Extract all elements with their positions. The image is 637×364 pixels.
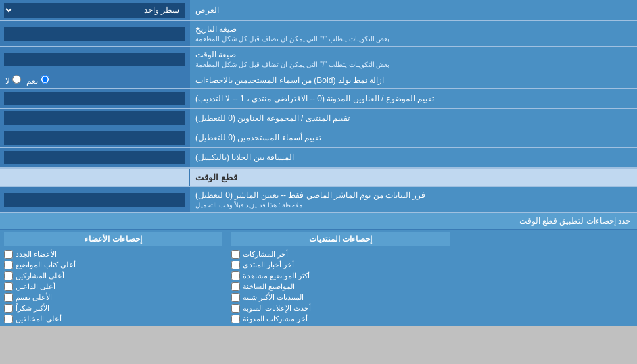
checkbox-member-item-2: أعلى المشاركين — [4, 271, 222, 280]
time-format-main-label: صيغة الوقت — [195, 50, 236, 59]
realtime-section-header-right — [0, 169, 189, 186]
date-format-main-label: صيغة التاريخ — [195, 24, 237, 34]
checkbox-member-item-1: أعلى كتاب المواضيع — [4, 261, 222, 269]
checkbox-item-3: المواضيع الساخنة — [231, 282, 450, 291]
display-type-row: العرض سطر واحد عدة سطور — [0, 0, 637, 21]
bold-remove-row: ازالة نمط بولد (Bold) من اسماء المستخدمي… — [0, 72, 637, 89]
topic-sort-row: تقييم الموضوع / العناوين المدونة (0 -- ا… — [0, 89, 637, 109]
user-sort-row: تقييم أسماء المستخدمين (0 للتعطيل) 0 — [0, 128, 637, 148]
checkbox-member-2[interactable] — [4, 271, 13, 280]
checkbox-item-6: أخر مشاركات المدونة — [231, 315, 450, 323]
checkbox-member-item-4: الأعلى تقييم — [4, 293, 222, 302]
forum-sort-input[interactable]: 33 — [4, 111, 185, 125]
cell-spacing-row: المسافة بين الخلايا (بالبكسل) 2 — [0, 148, 637, 167]
checkbox-forum-6[interactable] — [231, 315, 240, 323]
checkbox-item-1: أخر أخبار المنتدى — [231, 261, 450, 269]
time-format-input-cell: H:i — [0, 47, 189, 72]
display-type-input-cell: سطر واحد عدة سطور — [0, 0, 189, 20]
checkbox-section: إحصاءات المنتديات أخر المشاركات أخر أخبا… — [0, 230, 637, 326]
checkbox-member-5[interactable] — [4, 304, 13, 313]
checkbox-forum-3[interactable] — [231, 282, 240, 291]
user-sort-label: تقييم أسماء المستخدمين (0 للتعطيل) — [189, 128, 637, 147]
cell-spacing-input[interactable]: 2 — [4, 151, 185, 164]
checkbox-col-member-stats: إحصاءات الأعضاء الأعضاء الجدد أعلى كتاب … — [0, 230, 227, 326]
date-format-input[interactable]: d-m — [4, 27, 185, 41]
radio-no-label: لا — [5, 75, 21, 86]
realtime-days-row: فرز البيانات من يوم الماشر الماضي فقط --… — [0, 187, 637, 213]
realtime-days-input-cell: 0 — [0, 187, 189, 212]
checkbox-forum-1[interactable] — [231, 261, 240, 269]
checkbox-member-1[interactable] — [4, 261, 13, 269]
checkbox-member-0[interactable] — [4, 250, 13, 259]
member-stats-header: إحصاءات الأعضاء — [4, 232, 222, 246]
display-type-label: العرض — [189, 0, 637, 20]
checkbox-item-0: أخر المشاركات — [231, 250, 450, 259]
forum-sort-input-cell: 33 — [0, 109, 189, 128]
apply-row: حدد إحصاءات لتطبيق قطع الوقت — [0, 213, 637, 230]
checkbox-member-3[interactable] — [4, 282, 13, 291]
forum-sort-label: تقييم المنتدى / المجموعة العناوين (0 للت… — [189, 109, 637, 128]
realtime-days-label: فرز البيانات من يوم الماشر الماضي فقط --… — [189, 187, 637, 212]
checkbox-col-forum-stats: إحصاءات المنتديات أخر المشاركات أخر أخبا… — [227, 230, 454, 326]
bold-remove-label: ازالة نمط بولد (Bold) من اسماء المستخدمي… — [189, 72, 637, 88]
cell-spacing-input-cell: 2 — [0, 148, 189, 167]
time-format-sub-label: بعض التكوينات يتطلب "/" التي يمكن ان تضا… — [195, 61, 390, 68]
checkbox-forum-0[interactable] — [231, 250, 240, 259]
checkbox-member-4[interactable] — [4, 293, 13, 302]
checkbox-member-item-0: الأعضاء الجدد — [4, 250, 222, 259]
cell-spacing-label: المسافة بين الخلايا (بالبكسل) — [189, 148, 637, 167]
date-format-sub-label: بعض التكوينات يتطلب "/" التي يمكن ان تضا… — [195, 35, 390, 43]
date-format-label: صيغة التاريخ بعض التكوينات يتطلب "/" الت… — [189, 21, 637, 46]
radio-yes[interactable] — [41, 75, 49, 84]
checkbox-item-5: أحدث الإعلانات المبوبة — [231, 304, 450, 313]
checkbox-forum-2[interactable] — [231, 271, 240, 280]
time-format-input[interactable]: H:i — [4, 53, 185, 66]
radio-yes-label: نعم — [26, 75, 49, 86]
realtime-days-input[interactable]: 0 — [4, 193, 185, 207]
checkbox-member-6[interactable] — [4, 315, 13, 323]
checkbox-forum-4[interactable] — [231, 293, 240, 302]
main-container: العرض سطر واحد عدة سطور صيغة التاريخ بعض… — [0, 0, 637, 326]
checkbox-member-item-5: الأكثر شكراً — [4, 304, 222, 313]
topic-sort-input-cell: 33 — [0, 89, 189, 108]
checkbox-col-empty — [454, 230, 637, 326]
bold-remove-input-cell: نعم لا — [0, 72, 189, 88]
checkbox-member-item-6: أعلى المخالفين — [4, 315, 222, 323]
checkbox-item-2: أكثر المواضيع مشاهدة — [231, 271, 450, 280]
realtime-section-title: قطع الوقت — [189, 169, 637, 186]
topic-sort-input[interactable]: 33 — [4, 92, 185, 105]
radio-no[interactable] — [12, 75, 21, 84]
realtime-days-note: ملاحظة : هذا قد يزيد قبلاً وقت التحميل — [195, 201, 302, 209]
checkbox-member-item-3: أعلى الداعين — [4, 282, 222, 291]
realtime-days-main: فرز البيانات من يوم الماشر الماضي فقط --… — [195, 190, 425, 200]
user-sort-input-cell: 0 — [0, 128, 189, 147]
checkbox-item-4: المنتديات الأكثر شبية — [231, 293, 450, 302]
date-format-row: صيغة التاريخ بعض التكوينات يتطلب "/" الت… — [0, 21, 637, 47]
time-format-label: صيغة الوقت بعض التكوينات يتطلب "/" التي … — [189, 47, 637, 72]
user-sort-input[interactable]: 0 — [4, 131, 185, 145]
display-type-select[interactable]: سطر واحد عدة سطور — [4, 3, 185, 18]
time-format-row: صيغة الوقت بعض التكوينات يتطلب "/" التي … — [0, 47, 637, 72]
forum-sort-row: تقييم المنتدى / المجموعة العناوين (0 للت… — [0, 109, 637, 128]
date-format-input-cell: d-m — [0, 21, 189, 46]
checkbox-forum-5[interactable] — [231, 304, 240, 313]
forum-stats-header: إحصاءات المنتديات — [231, 232, 450, 246]
topic-sort-label: تقييم الموضوع / العناوين المدونة (0 -- ا… — [189, 89, 637, 108]
realtime-section-header: قطع الوقت — [0, 167, 637, 187]
